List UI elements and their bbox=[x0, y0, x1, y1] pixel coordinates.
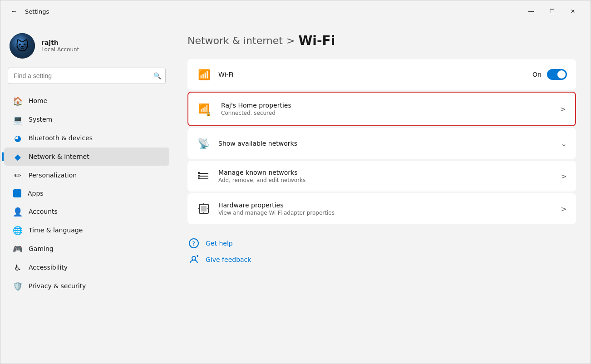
manage-networks-item[interactable]: Manage known networks Add, remove, and e… bbox=[187, 161, 576, 192]
hardware-chevron: > bbox=[561, 205, 567, 213]
svg-rect-8 bbox=[198, 177, 200, 179]
app-title: Settings bbox=[25, 8, 49, 15]
breadcrumb: Network & internet > Wi-Fi bbox=[187, 33, 576, 48]
hardware-properties-card: Hardware properties View and manage Wi-F… bbox=[187, 193, 576, 224]
main-content: Network & internet > Wi-Fi 📶 Wi-Fi On bbox=[173, 22, 591, 364]
give-feedback-link[interactable]: Give feedback bbox=[187, 253, 576, 266]
give-feedback-label: Give feedback bbox=[206, 256, 251, 263]
svg-text:?: ? bbox=[192, 240, 195, 247]
close-button[interactable]: ✕ bbox=[562, 4, 583, 19]
sidebar-item-personalization[interactable]: ✏️ Personalization bbox=[4, 166, 169, 184]
sidebar-item-gaming[interactable]: 🎮 Gaming bbox=[4, 240, 169, 258]
title-bar: ← Settings — ❐ ✕ bbox=[0, 0, 591, 22]
manage-networks-text: Manage known networks Add, remove, and e… bbox=[218, 169, 554, 183]
hardware-properties-text: Hardware properties View and manage Wi-F… bbox=[218, 202, 554, 216]
account-type: Local Account bbox=[41, 46, 79, 53]
search-input[interactable] bbox=[8, 68, 166, 84]
accounts-icon: 👤 bbox=[13, 207, 22, 216]
wifi-toggle-item[interactable]: 📶 Wi-Fi On bbox=[187, 59, 576, 90]
available-networks-action: ⌄ bbox=[561, 139, 567, 148]
sidebar-item-time[interactable]: 🌐 Time & language bbox=[4, 221, 169, 239]
sidebar-item-apps-label: Apps bbox=[28, 190, 44, 197]
time-icon: 🌐 bbox=[13, 226, 22, 235]
sidebar-item-time-label: Time & language bbox=[29, 226, 83, 234]
accessibility-icon: ♿ bbox=[13, 263, 22, 272]
wifi-toggle-text: Wi-Fi bbox=[218, 71, 525, 78]
svg-rect-6 bbox=[198, 172, 200, 174]
sidebar-nav: 🏠 Home 💻 System ◕ Bluetooth & devices ◆ … bbox=[0, 91, 173, 356]
system-icon: 💻 bbox=[13, 115, 22, 124]
manage-networks-title: Manage known networks bbox=[218, 169, 554, 176]
sidebar-item-home[interactable]: 🏠 Home bbox=[4, 92, 169, 110]
svg-point-17 bbox=[192, 256, 196, 260]
connected-network-action: > bbox=[560, 105, 566, 113]
user-profile[interactable]: rajth Local Account bbox=[0, 22, 173, 68]
connected-network-name: Raj's Home properties bbox=[221, 102, 553, 109]
search-box[interactable]: 🔍 bbox=[8, 68, 166, 84]
maximize-button[interactable]: ❐ bbox=[542, 4, 562, 19]
available-networks-icon: 📡 bbox=[197, 136, 211, 151]
wifi-toggle-state: On bbox=[532, 71, 542, 78]
breadcrumb-parent[interactable]: Network & internet bbox=[187, 35, 283, 46]
personalization-icon: ✏️ bbox=[13, 171, 22, 180]
wifi-label: Wi-Fi bbox=[218, 71, 525, 78]
manage-networks-icon bbox=[197, 169, 211, 183]
sidebar-item-personalization-label: Personalization bbox=[29, 172, 77, 179]
manage-networks-subtitle: Add, remove, and edit networks bbox=[218, 177, 554, 183]
give-feedback-icon bbox=[187, 253, 200, 266]
wifi-toggle-action: On bbox=[532, 69, 567, 80]
wifi-secured-icon: 📶 🔒 bbox=[197, 101, 214, 117]
available-networks-card: 📡 Show available networks ⌄ bbox=[187, 128, 576, 159]
user-info: rajth Local Account bbox=[41, 39, 79, 53]
get-help-link[interactable]: ? Get help bbox=[187, 237, 576, 250]
manage-networks-chevron: > bbox=[561, 172, 567, 181]
sidebar-item-bluetooth-label: Bluetooth & devices bbox=[29, 134, 93, 142]
sidebar-item-privacy[interactable]: 🛡️ Privacy & security bbox=[4, 277, 169, 295]
sidebar-item-accounts[interactable]: 👤 Accounts bbox=[4, 202, 169, 221]
available-networks-title: Show available networks bbox=[218, 140, 554, 147]
sidebar-item-home-label: Home bbox=[29, 97, 47, 104]
svg-text:🔒: 🔒 bbox=[206, 111, 212, 116]
sidebar-item-network-label: Network & internet bbox=[29, 153, 89, 160]
breadcrumb-current: Wi-Fi bbox=[298, 33, 335, 48]
hardware-icon bbox=[197, 202, 211, 216]
sidebar-item-gaming-label: Gaming bbox=[29, 245, 54, 252]
sidebar-item-accessibility[interactable]: ♿ Accessibility bbox=[4, 258, 169, 276]
window-controls: — ❐ ✕ bbox=[521, 4, 583, 19]
username: rajth bbox=[41, 39, 79, 46]
sidebar: rajth Local Account 🔍 🏠 Home 💻 System bbox=[0, 22, 173, 364]
wifi-icon: 📶 bbox=[197, 67, 211, 82]
sidebar-item-system-label: System bbox=[29, 116, 52, 123]
wifi-toggle-switch[interactable] bbox=[547, 69, 567, 80]
apps-icon bbox=[13, 189, 21, 197]
svg-text:📡: 📡 bbox=[197, 138, 210, 150]
sidebar-item-accounts-label: Accounts bbox=[29, 208, 58, 215]
back-button[interactable]: ← bbox=[8, 5, 20, 18]
home-icon: 🏠 bbox=[13, 96, 22, 105]
connected-network-status: Connected, secured bbox=[221, 110, 553, 116]
gaming-icon: 🎮 bbox=[13, 244, 22, 253]
available-networks-chevron-down: ⌄ bbox=[561, 139, 567, 148]
privacy-icon: 🛡️ bbox=[13, 281, 22, 290]
avatar-image bbox=[10, 33, 35, 59]
available-networks-text: Show available networks bbox=[218, 140, 554, 147]
hardware-properties-action: > bbox=[561, 205, 567, 213]
hardware-properties-subtitle: View and manage Wi-Fi adapter properties bbox=[218, 210, 554, 216]
avatar bbox=[10, 33, 35, 59]
hardware-properties-item[interactable]: Hardware properties View and manage Wi-F… bbox=[187, 193, 576, 224]
sidebar-item-bluetooth[interactable]: ◕ Bluetooth & devices bbox=[4, 129, 169, 147]
connected-network-item[interactable]: 📶 🔒 Raj's Home properties Connected, sec… bbox=[188, 93, 575, 125]
connected-network-text: Raj's Home properties Connected, secured bbox=[221, 102, 553, 116]
get-help-label: Get help bbox=[206, 240, 233, 247]
sidebar-item-system[interactable]: 💻 System bbox=[4, 110, 169, 128]
link-section: ? Get help Give feedback bbox=[187, 226, 576, 270]
get-help-icon: ? bbox=[187, 237, 200, 250]
connected-network-card[interactable]: 📶 🔒 Raj's Home properties Connected, sec… bbox=[187, 92, 576, 126]
hardware-properties-title: Hardware properties bbox=[218, 202, 554, 209]
available-networks-item[interactable]: 📡 Show available networks ⌄ bbox=[187, 128, 576, 159]
sidebar-item-network[interactable]: ◆ Network & internet bbox=[4, 148, 169, 166]
minimize-button[interactable]: — bbox=[521, 4, 542, 19]
sidebar-item-apps[interactable]: Apps bbox=[4, 185, 169, 202]
sidebar-item-privacy-label: Privacy & security bbox=[29, 282, 86, 290]
manage-networks-action: > bbox=[561, 172, 567, 181]
